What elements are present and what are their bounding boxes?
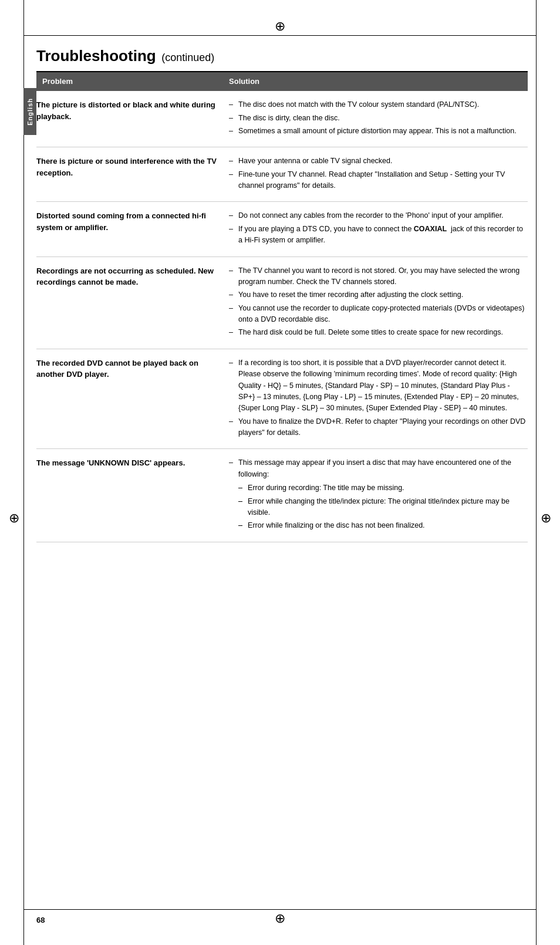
solution-text: Have your antenna or cable TV signal che… <box>223 156 528 193</box>
problem-text: The picture is distorted or black and wh… <box>36 99 223 139</box>
main-content: Troubleshooting (continued) Problem Solu… <box>36 47 528 898</box>
solution-text: The disc does not match with the TV colo… <box>223 99 528 139</box>
problem-text: The message 'UNKNOWN DISC' appears. <box>36 457 223 533</box>
language-label: English <box>26 98 33 126</box>
page-number: 68 <box>36 916 45 924</box>
table-body: The picture is distorted or black and wh… <box>36 91 528 542</box>
page-title-area: Troubleshooting (continued) <box>36 47 528 65</box>
crosshair-top-icon <box>271 18 289 35</box>
solution-text: This message may appear if you insert a … <box>223 457 528 533</box>
table-header: Problem Solution <box>36 72 528 91</box>
crosshair-left-icon: ⊕ <box>9 511 19 526</box>
problem-text: Distorted sound coming from a connected … <box>36 210 223 248</box>
problem-text: There is picture or sound interference w… <box>36 156 223 193</box>
problem-text: The recorded DVD cannot be played back o… <box>36 357 223 441</box>
coaxial-bold: COAXIAL <box>414 225 447 233</box>
crosshair-bottom-icon <box>271 910 289 927</box>
solution-text: If a recording is too short, it is possi… <box>223 357 528 441</box>
page-container: ⊕ ⊕ English Troubleshooting (continued) … <box>0 0 560 945</box>
table-row: Distorted sound coming from a connected … <box>36 202 528 256</box>
solution-text: Do not connect any cables from the recor… <box>223 210 528 248</box>
left-border <box>23 0 24 945</box>
crosshair-right-icon: ⊕ <box>541 511 551 526</box>
right-border <box>536 0 537 945</box>
table-row: There is picture or sound interference w… <box>36 147 528 202</box>
table-row: The picture is distorted or black and wh… <box>36 91 528 147</box>
table-row: The message 'UNKNOWN DISC' appears. This… <box>36 449 528 542</box>
top-border <box>23 35 537 36</box>
page-title-continued: (continued) <box>161 52 214 63</box>
table-row: Recordings are not occurring as schedule… <box>36 257 528 349</box>
language-sidebar: English <box>23 88 36 135</box>
header-solution: Solution <box>223 72 528 91</box>
table-row: The recorded DVD cannot be played back o… <box>36 349 528 450</box>
problem-text: Recordings are not occurring as schedule… <box>36 265 223 340</box>
header-problem: Problem <box>36 72 223 91</box>
solution-text: The TV channel you want to record is not… <box>223 265 528 340</box>
page-title: Troubleshooting <box>36 47 156 65</box>
